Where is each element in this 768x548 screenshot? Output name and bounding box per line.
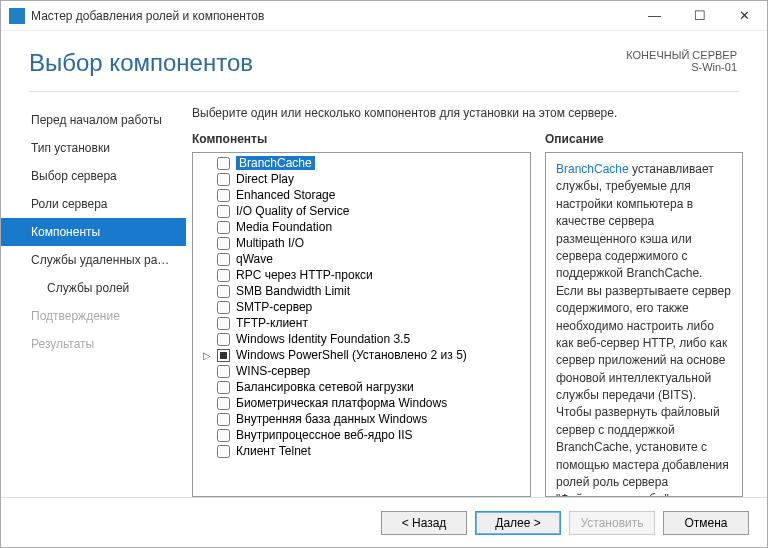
feature-label: Windows Identity Foundation 3.5 (236, 332, 410, 346)
columns: Компоненты BranchCacheDirect PlayEnhance… (192, 132, 743, 497)
feature-item[interactable]: qWave (193, 251, 530, 267)
feature-checkbox[interactable] (217, 173, 230, 186)
dest-label: КОНЕЧНЫЙ СЕРВЕР (626, 49, 737, 61)
feature-label: Клиент Telnet (236, 444, 311, 458)
window-title: Мастер добавления ролей и компонентов (31, 9, 632, 23)
feature-label: Media Foundation (236, 220, 332, 234)
feature-label: Windows PowerShell (Установлено 2 из 5) (236, 348, 467, 362)
feature-item[interactable]: Multipath I/O (193, 235, 530, 251)
feature-label: SMB Bandwidth Limit (236, 284, 350, 298)
nav-item-3[interactable]: Роли сервера (1, 190, 186, 218)
nav-item-1[interactable]: Тип установки (1, 134, 186, 162)
description-body: устанавливает службы, требуемые для наст… (556, 162, 731, 497)
feature-item[interactable]: Direct Play (193, 171, 530, 187)
feature-item[interactable]: SMB Bandwidth Limit (193, 283, 530, 299)
feature-label: Биометрическая платформа Windows (236, 396, 447, 410)
description-highlight: BranchCache (556, 162, 629, 176)
feature-item[interactable]: RPC через HTTP-прокси (193, 267, 530, 283)
feature-item[interactable]: Клиент Telnet (193, 443, 530, 459)
description-box: BranchCache устанавливает службы, требуе… (545, 152, 743, 497)
feature-item[interactable]: Media Foundation (193, 219, 530, 235)
feature-item[interactable]: WINS-сервер (193, 363, 530, 379)
feature-item[interactable]: ▷Windows PowerShell (Установлено 2 из 5) (193, 347, 530, 363)
feature-checkbox[interactable] (217, 269, 230, 282)
feature-label: WINS-сервер (236, 364, 310, 378)
feature-item[interactable]: Windows Identity Foundation 3.5 (193, 331, 530, 347)
feature-checkbox[interactable] (217, 429, 230, 442)
feature-label: qWave (236, 252, 273, 266)
feature-checkbox[interactable] (217, 445, 230, 458)
close-button[interactable]: ✕ (722, 1, 767, 31)
wizard-window: Мастер добавления ролей и компонентов — … (0, 0, 768, 548)
install-button[interactable]: Установить (569, 511, 655, 535)
feature-item[interactable]: Enhanced Storage (193, 187, 530, 203)
feature-checkbox[interactable] (217, 285, 230, 298)
wizard-footer: < Назад Далее > Установить Отмена (1, 497, 767, 547)
feature-label: Балансировка сетевой нагрузки (236, 380, 414, 394)
feature-checkbox[interactable] (217, 253, 230, 266)
nav-item-2[interactable]: Выбор сервера (1, 162, 186, 190)
feature-label: Direct Play (236, 172, 294, 186)
feature-item[interactable]: SMTP-сервер (193, 299, 530, 315)
feature-item[interactable]: I/O Quality of Service (193, 203, 530, 219)
features-listbox[interactable]: BranchCacheDirect PlayEnhanced StorageI/… (192, 152, 531, 497)
feature-label: Multipath I/O (236, 236, 304, 250)
feature-checkbox[interactable] (217, 301, 230, 314)
feature-label: BranchCache (236, 156, 315, 170)
feature-checkbox[interactable] (217, 397, 230, 410)
feature-label: TFTP-клиент (236, 316, 308, 330)
feature-checkbox[interactable] (217, 157, 230, 170)
wizard-nav: Перед началом работыТип установкиВыбор с… (1, 102, 186, 497)
feature-item[interactable]: BranchCache (193, 155, 530, 171)
maximize-button[interactable]: ☐ (677, 1, 722, 31)
feature-checkbox[interactable] (217, 413, 230, 426)
destination-server: КОНЕЧНЫЙ СЕРВЕР S-Win-01 (626, 49, 737, 73)
description-heading: Описание (545, 132, 743, 146)
titlebar: Мастер добавления ролей и компонентов — … (1, 1, 767, 31)
page-title: Выбор компонентов (29, 49, 253, 77)
feature-label: Enhanced Storage (236, 188, 335, 202)
nav-item-5[interactable]: Службы удаленных рабо... (1, 246, 186, 274)
minimize-button[interactable]: — (632, 1, 677, 31)
features-heading: Компоненты (192, 132, 531, 146)
feature-checkbox[interactable] (217, 381, 230, 394)
feature-checkbox[interactable] (217, 365, 230, 378)
feature-label: Внутренняя база данных Windows (236, 412, 427, 426)
feature-checkbox[interactable] (217, 317, 230, 330)
feature-label: Внутрипроцессное веб-ядро IIS (236, 428, 413, 442)
feature-checkbox[interactable] (217, 205, 230, 218)
feature-item[interactable]: Балансировка сетевой нагрузки (193, 379, 530, 395)
features-column: Компоненты BranchCacheDirect PlayEnhance… (192, 132, 531, 497)
wizard-body: Перед началом работыТип установкиВыбор с… (1, 92, 767, 497)
feature-checkbox[interactable] (217, 221, 230, 234)
feature-label: SMTP-сервер (236, 300, 312, 314)
nav-item-6[interactable]: Службы ролей (1, 274, 186, 302)
next-button[interactable]: Далее > (475, 511, 561, 535)
wizard-header: Выбор компонентов КОНЕЧНЫЙ СЕРВЕР S-Win-… (1, 31, 767, 85)
main-content: Выберите один или несколько компонентов … (186, 102, 743, 497)
app-icon (9, 8, 25, 24)
feature-checkbox[interactable] (217, 189, 230, 202)
instruction-text: Выберите один или несколько компонентов … (192, 106, 743, 120)
cancel-button[interactable]: Отмена (663, 511, 749, 535)
expander-icon[interactable]: ▷ (203, 350, 211, 361)
feature-checkbox[interactable] (217, 237, 230, 250)
feature-item[interactable]: Внутрипроцессное веб-ядро IIS (193, 427, 530, 443)
nav-item-4[interactable]: Компоненты (1, 218, 186, 246)
back-button[interactable]: < Назад (381, 511, 467, 535)
checkbox-partial-icon[interactable] (217, 349, 230, 362)
feature-checkbox[interactable] (217, 333, 230, 346)
description-column: Описание BranchCache устанавливает служб… (545, 132, 743, 497)
dest-value: S-Win-01 (626, 61, 737, 73)
feature-item[interactable]: TFTP-клиент (193, 315, 530, 331)
feature-label: I/O Quality of Service (236, 204, 349, 218)
feature-label: RPC через HTTP-прокси (236, 268, 373, 282)
feature-item[interactable]: Внутренняя база данных Windows (193, 411, 530, 427)
nav-item-8: Результаты (1, 330, 186, 358)
feature-item[interactable]: Биометрическая платформа Windows (193, 395, 530, 411)
nav-item-7: Подтверждение (1, 302, 186, 330)
nav-item-0[interactable]: Перед началом работы (1, 106, 186, 134)
